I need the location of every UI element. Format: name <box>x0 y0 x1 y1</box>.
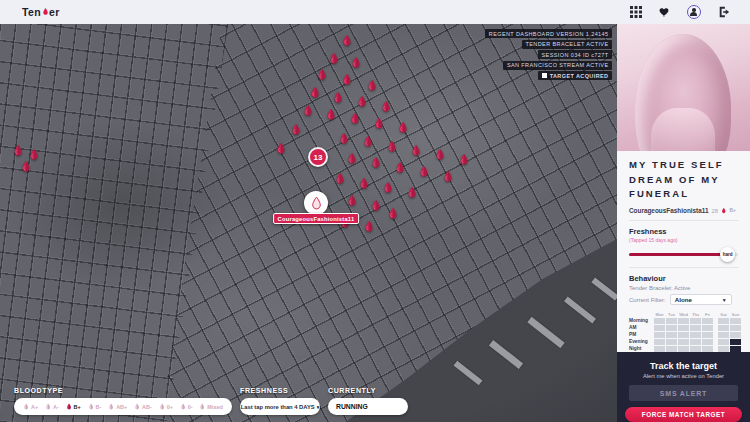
blood-droplet-marker[interactable] <box>407 185 418 198</box>
track-target-subtitle: Alert me when active on Tender <box>617 373 750 379</box>
behaviour-cell <box>730 332 741 338</box>
blood-droplet-marker[interactable] <box>459 152 470 165</box>
freshness-value: Last tap more than 4 DAYS <box>241 404 315 410</box>
blood-droplet-marker[interactable] <box>364 219 375 232</box>
bloodtype-chip-ab-[interactable]: AB- <box>134 403 152 410</box>
day-header: Mon <box>654 312 665 317</box>
bloodtype-chip-b+[interactable]: B+ <box>66 403 81 410</box>
bloodtype-chip-ab+[interactable]: AB+ <box>108 403 127 410</box>
blood-droplet-marker[interactable] <box>383 180 394 193</box>
blood-droplet-marker[interactable] <box>342 72 353 85</box>
city-map[interactable]: REGENT DASHBOARD VERSION 1.24145TENDER B… <box>0 24 617 422</box>
currently-label: CURRENTLY <box>328 387 408 394</box>
bloodtype-chip-a-[interactable]: A- <box>45 403 59 410</box>
current-filter-select[interactable]: Alone ▼ <box>670 294 732 305</box>
blood-droplet-marker[interactable] <box>317 67 328 80</box>
grid-spacer <box>714 332 717 338</box>
blood-droplet-marker[interactable] <box>342 33 353 46</box>
blood-droplet-marker[interactable] <box>291 122 302 135</box>
logo-droplet-icon <box>42 7 49 16</box>
row-label: AM <box>629 325 653 331</box>
blood-droplet-marker[interactable] <box>435 147 446 160</box>
bloodtype-chip-a+[interactable]: A+ <box>23 403 38 410</box>
blood-droplet-marker[interactable] <box>388 206 399 219</box>
blood-droplet-marker[interactable] <box>357 94 368 107</box>
blood-droplet-marker[interactable] <box>398 120 409 133</box>
behaviour-cell <box>702 325 713 331</box>
selected-target-label[interactable]: CourageousFashionista11 <box>273 213 359 224</box>
behaviour-cell <box>718 332 729 338</box>
freshness-subtitle: (Tapped 15 days ago) <box>629 237 738 243</box>
target-identity-row: CourageousFashionista11 28 B+ <box>629 207 738 214</box>
bloodtype-chip-0-[interactable]: 0- <box>180 403 193 410</box>
target-sidebar: MY TRUE SELF DREAM OF MY FUNERAL Courage… <box>617 24 750 422</box>
blood-droplet-marker[interactable] <box>310 85 321 98</box>
blood-droplet-marker[interactable] <box>350 111 361 124</box>
profile-avatar-icon[interactable] <box>687 5 701 19</box>
day-header: Thu <box>690 312 701 317</box>
behaviour-grid: MonTueWedThuFriSatSunMorningAMPMEveningN… <box>629 312 738 352</box>
bloodtype-filter-group: BLOODTYPE A+A-B+B-AB+AB-0+0-Mixed <box>14 387 232 415</box>
blood-droplet-marker[interactable] <box>371 198 382 211</box>
blood-droplet-marker[interactable] <box>13 143 24 156</box>
sms-alert-input[interactable]: SMS ALERT <box>629 385 738 401</box>
grid-icon[interactable] <box>629 6 642 19</box>
slider-knob[interactable]: hard <box>720 247 735 262</box>
blood-droplet-marker[interactable] <box>335 171 346 184</box>
force-match-target-button[interactable]: FORCE MATCH TARGET <box>625 407 742 422</box>
behaviour-cell <box>690 339 701 345</box>
bloodtype-chip-bar: A+A-B+B-AB+AB-0+0-Mixed <box>14 398 232 415</box>
day-header: Sat <box>718 312 729 317</box>
tender-logo[interactable]: Ten er <box>22 6 60 18</box>
blood-droplet-marker[interactable] <box>329 51 340 64</box>
behaviour-cell <box>690 325 701 331</box>
blood-droplet-marker[interactable] <box>374 116 385 129</box>
blood-droplet-marker[interactable] <box>351 55 362 68</box>
blood-droplet-marker[interactable] <box>411 143 422 156</box>
behaviour-cell <box>730 318 741 324</box>
behaviour-cell <box>666 318 677 324</box>
blood-droplet-marker[interactable] <box>367 78 378 91</box>
marker-cluster-badge[interactable]: 13 <box>308 147 328 167</box>
heart-icon[interactable] <box>658 6 671 19</box>
target-profile-photo[interactable] <box>617 24 750 151</box>
blood-droplet-marker[interactable] <box>359 176 370 189</box>
blood-droplet-marker[interactable] <box>303 103 314 116</box>
selected-target-marker[interactable] <box>304 191 328 215</box>
bloodtype-chip-b-[interactable]: B- <box>88 403 102 410</box>
blood-droplet-marker[interactable] <box>371 155 382 168</box>
chevron-down-icon: ▾ <box>317 404 320 410</box>
grid-corner <box>629 312 653 317</box>
blood-droplet-marker[interactable] <box>333 90 344 103</box>
blood-droplet-marker[interactable] <box>326 107 337 120</box>
behaviour-cell <box>690 318 701 324</box>
freshness-section-title: Freshness <box>629 227 738 236</box>
blood-droplet-marker[interactable] <box>347 193 358 206</box>
blood-droplet-marker[interactable] <box>395 160 406 173</box>
logout-icon[interactable] <box>717 6 730 19</box>
currently-value-box[interactable]: RUNNING <box>328 398 408 415</box>
blood-droplet-marker[interactable] <box>339 131 350 144</box>
freshness-dropdown[interactable]: Last tap more than 4 DAYS ▾ <box>240 398 320 415</box>
blood-droplet-marker[interactable] <box>276 141 287 154</box>
blood-droplet-marker[interactable] <box>21 159 32 172</box>
checkbox-icon <box>542 73 547 78</box>
bloodtype-chip-0+[interactable]: 0+ <box>159 403 173 410</box>
behaviour-cell <box>666 325 677 331</box>
behaviour-cell <box>678 325 689 331</box>
blood-droplet-marker[interactable] <box>387 139 398 152</box>
behaviour-cell <box>702 339 713 345</box>
blood-droplet-marker[interactable] <box>381 99 392 112</box>
blood-droplet-marker[interactable] <box>443 169 454 182</box>
grid-spacer <box>714 325 717 331</box>
blood-droplet-marker[interactable] <box>419 164 430 177</box>
freshness-slider[interactable]: hard <box>629 247 738 261</box>
behaviour-cell <box>730 325 741 331</box>
blood-droplet-marker[interactable] <box>363 134 374 147</box>
behaviour-cell <box>718 325 729 331</box>
current-filter-row: Current Filter: Alone ▼ <box>629 294 738 305</box>
behaviour-cell <box>702 318 713 324</box>
bloodtype-chip-mixed[interactable]: Mixed <box>199 403 223 410</box>
blood-droplet-marker[interactable] <box>347 151 358 164</box>
behaviour-cell <box>718 318 729 324</box>
